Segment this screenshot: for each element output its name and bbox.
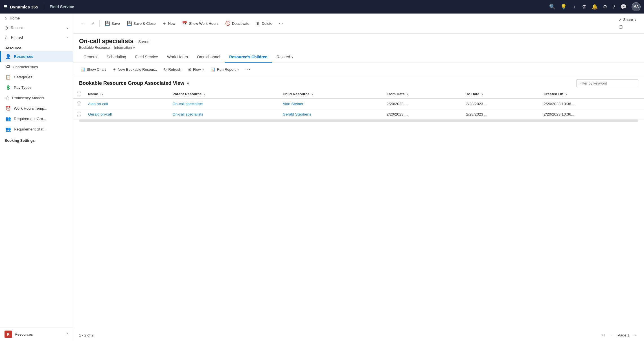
resources-icon: 👤 (5, 54, 11, 59)
prev-page-button[interactable]: ← (609, 332, 615, 338)
show-work-hours-button[interactable]: 📅 Show Work Hours (179, 19, 221, 28)
sidebar-item-proficiency-models[interactable]: ☆ Proficiency Models (0, 93, 73, 103)
row-checkbox-cell[interactable] (73, 99, 85, 109)
tab-general[interactable]: General (79, 52, 102, 63)
breadcrumb-2-link[interactable]: Information ∨ (114, 46, 135, 50)
table-header-row: Name ↑∨ Parent Resource ∨ Child Resource… (73, 89, 644, 99)
save-label: Save (111, 21, 120, 26)
help-icon[interactable]: ? (612, 4, 615, 10)
horizontal-scrollbar[interactable] (79, 119, 638, 122)
col-to-label: To Date (466, 92, 479, 96)
sidebar-item-pay-types[interactable]: 💲 Pay Types (0, 82, 73, 93)
bottom-resources-label: Resources (15, 332, 33, 336)
home-icon: ⌂ (5, 16, 7, 20)
hamburger-icon[interactable]: ☰ (3, 4, 7, 9)
row-child-resource[interactable]: Gerald Stephens (279, 109, 383, 119)
work-hours-icon: ⏰ (5, 106, 11, 111)
avatar[interactable]: MA (632, 2, 641, 11)
new-bookable-button[interactable]: ＋ New Bookable Resour... (110, 65, 160, 73)
row-checkbox-cell[interactable] (73, 109, 85, 119)
tab-field-service[interactable]: Field Service (131, 52, 163, 63)
lightbulb-icon[interactable]: 💡 (560, 4, 567, 10)
col-from-label: From Date (387, 92, 405, 96)
row-checkbox[interactable] (77, 101, 81, 106)
show-chart-button[interactable]: 📊 Show Chart (78, 66, 109, 73)
filter-input[interactable] (576, 79, 638, 87)
col-to-date[interactable]: To Date ∨ (463, 89, 540, 99)
run-report-chevron-icon: ∨ (237, 68, 239, 71)
work-hours-toolbar-icon: 📅 (182, 21, 187, 26)
col-child-resource[interactable]: Child Resource ∨ (279, 89, 383, 99)
share-label: Share (623, 17, 633, 22)
sidebar-bottom-resources[interactable]: R Resources ⌃ (0, 327, 73, 341)
sidebar-characteristics-label: Characteristics (13, 65, 38, 69)
sidebar-pinned[interactable]: ☆ Pinned ∨ (0, 32, 73, 42)
row-parent-resource[interactable]: On-call specialists (169, 99, 279, 109)
sidebar-item-resources[interactable]: 👤 Resources (0, 51, 73, 62)
bottom-resources-chevron-icon: ⌃ (66, 333, 69, 336)
bell-icon[interactable]: 🔔 (592, 4, 598, 10)
tab-scheduling[interactable]: Scheduling (102, 52, 131, 63)
search-icon[interactable]: 🔍 (549, 4, 555, 10)
run-report-label: Run Report (217, 67, 235, 72)
select-all-header[interactable] (73, 89, 85, 99)
row-checkbox[interactable] (77, 112, 81, 116)
tab-resources-children[interactable]: Resource's Children (225, 52, 272, 63)
row-parent-resource[interactable]: On-call specialists (169, 109, 279, 119)
sidebar-item-work-hours-temp[interactable]: ⏰ Work Hours Temp... (0, 103, 73, 114)
deactivate-button[interactable]: 🚫 Deactivate (222, 19, 252, 28)
save-button[interactable]: 💾 Save (102, 19, 123, 28)
col-created-on[interactable]: Created On ∨ (540, 89, 644, 99)
tabs-bar: General Scheduling Field Service Work Ho… (73, 52, 644, 63)
breadcrumb-1[interactable]: Bookable Resource (79, 46, 110, 50)
run-report-button[interactable]: 📊 Run Report ∨ (208, 66, 242, 73)
breadcrumb-chevron-icon: ∨ (133, 46, 135, 49)
col-from-date[interactable]: From Date ∨ (383, 89, 463, 99)
first-page-button[interactable]: ⏮ (600, 332, 606, 338)
row-from-date: 2/20/2023 ... (383, 109, 463, 119)
share-button[interactable]: ↗ Share ∨ (616, 16, 639, 23)
sidebar-recent[interactable]: ◷ Recent ∨ (0, 23, 73, 32)
view-title-row: Bookable Resource Group Associated View … (73, 76, 644, 89)
view-title-chevron-icon[interactable]: ∨ (187, 81, 189, 86)
sidebar-home[interactable]: ⌂ Home (0, 14, 73, 23)
delete-icon: 🗑 (256, 21, 260, 26)
new-button[interactable]: ＋ New (159, 19, 178, 28)
sub-toolbar-more-icon[interactable]: ⋯ (243, 65, 253, 74)
header-checkbox[interactable] (77, 92, 81, 96)
save-close-button[interactable]: 💾 Save & Close (124, 19, 159, 28)
sidebar-pinned-label: Pinned (11, 35, 23, 39)
settings-icon[interactable]: ⚙ (603, 4, 607, 10)
tab-work-hours[interactable]: Work Hours (163, 52, 192, 63)
tab-related[interactable]: Related ∨ (272, 52, 298, 63)
refresh-button[interactable]: ↻ Refresh (161, 66, 184, 73)
sidebar-item-requirement-stat[interactable]: 👥 Requirement Stat... (0, 124, 73, 134)
row-child-resource[interactable]: Alan Steiner (279, 99, 383, 109)
chat-icon[interactable]: 💬 (620, 4, 627, 10)
tab-omnichannel[interactable]: Omnichannel (192, 52, 225, 63)
row-to-date: 2/28/2023 ... (463, 99, 540, 109)
col-name[interactable]: Name ↑∨ (85, 89, 169, 99)
sidebar-item-characteristics[interactable]: 🏷 Characteristics (0, 62, 73, 72)
next-page-button[interactable]: → (632, 332, 638, 338)
flow-button[interactable]: ⛓ Flow ∨ (185, 66, 207, 73)
pin-icon: ☆ (5, 35, 8, 39)
row-name[interactable]: Alan on-call (85, 99, 169, 109)
req-gro-icon: 👥 (5, 116, 11, 121)
col-created-sort-icon: ∨ (565, 93, 567, 96)
back-button[interactable]: ← (78, 20, 87, 27)
plus-icon[interactable]: ＋ (572, 3, 577, 10)
row-name[interactable]: Gerald on-call (85, 109, 169, 119)
top-nav-icons: 🔍 💡 ＋ ⚗ 🔔 ⚙ ? 💬 MA (549, 2, 641, 11)
more-options-icon[interactable]: ⋯ (276, 19, 286, 28)
pagination-summary: 1 - 2 of 2 (79, 333, 93, 337)
sidebar-item-requirement-gro[interactable]: 👥 Requirement Gro... (0, 114, 73, 124)
delete-button[interactable]: 🗑 Delete (253, 19, 275, 28)
col-parent-resource[interactable]: Parent Resource ∨ (169, 89, 279, 99)
save-close-label: Save & Close (133, 21, 156, 26)
new-window-button[interactable]: ⤢ (88, 20, 97, 27)
sidebar-item-categories[interactable]: 📋 Categories (0, 72, 73, 82)
sidebar-resources-label: Resources (14, 54, 33, 59)
chat-toggle-button[interactable]: 💬 (616, 23, 626, 31)
filter-icon[interactable]: ⚗ (582, 4, 586, 10)
